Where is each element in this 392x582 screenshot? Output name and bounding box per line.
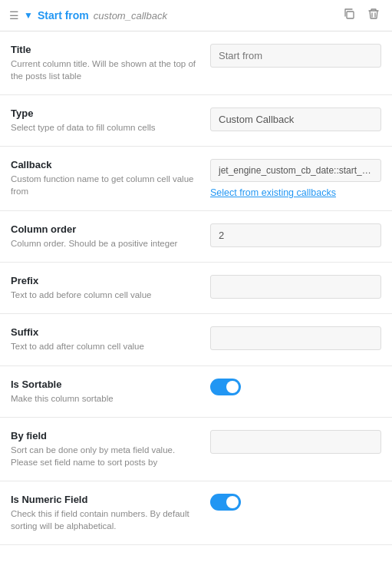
filename-label: custom_callback xyxy=(94,10,167,21)
suffix-input[interactable] xyxy=(210,326,381,350)
hamburger-icon[interactable]: ☰ xyxy=(9,9,19,21)
prefix-section: Prefix Text to add before column cell va… xyxy=(0,263,392,314)
header-left: ☰ ▼ Start from custom_callback xyxy=(9,9,335,21)
is-numeric-field-section: Is Numeric Field Check this if field con… xyxy=(0,481,392,545)
callback-input-col: jet_engine_custom_cb_date::start_from::F… xyxy=(210,159,381,198)
title-desc: Current column title. Will be shown at t… xyxy=(11,58,203,82)
is-numeric-field-slider xyxy=(210,494,241,511)
type-section: Type Select type of data to fill column … xyxy=(0,95,392,147)
is-numeric-field-toggle-col xyxy=(210,494,381,511)
suffix-label-col: Suffix Text to add after column cell val… xyxy=(11,326,203,352)
callback-section: Callback Custom function name to get col… xyxy=(0,147,392,211)
delete-button[interactable] xyxy=(364,6,383,25)
column-order-input[interactable] xyxy=(210,223,381,247)
prefix-input-col xyxy=(210,275,381,299)
by-field-section: By field Sort can be done only by meta f… xyxy=(0,418,392,481)
prefix-desc: Text to add before column cell value xyxy=(11,289,203,301)
callback-value: jet_engine_custom_cb_date::start_from::F… xyxy=(210,159,381,182)
header-actions xyxy=(340,6,383,25)
type-input-col: Custom Callback xyxy=(210,107,381,131)
is-numeric-field-label: Is Numeric Field xyxy=(11,494,203,505)
start-from-label: Start from xyxy=(38,9,89,21)
panel-header: ☰ ▼ Start from custom_callback xyxy=(0,0,392,31)
is-numeric-field-desc: Check this if field contain numbers. By … xyxy=(11,508,203,532)
column-order-label-col: Column order Column order. Should be a p… xyxy=(11,223,203,250)
prefix-label-col: Prefix Text to add before column cell va… xyxy=(11,275,203,301)
is-sortable-label-col: Is Sortable Make this column sortable xyxy=(11,379,203,405)
is-sortable-desc: Make this column sortable xyxy=(11,392,203,405)
copy-button[interactable] xyxy=(340,6,358,25)
suffix-section: Suffix Text to add after column cell val… xyxy=(0,314,392,365)
is-sortable-slider xyxy=(210,379,241,395)
is-sortable-toggle[interactable] xyxy=(210,379,241,395)
prefix-label: Prefix xyxy=(11,275,203,286)
title-section: Title Current column title. Will be show… xyxy=(0,31,392,95)
column-order-desc: Column order. Should be a positive integ… xyxy=(11,237,203,250)
callback-label: Callback xyxy=(11,159,203,170)
type-label: Type xyxy=(11,107,203,119)
callback-desc: Custom function name to get column cell … xyxy=(11,173,203,197)
title-input[interactable] xyxy=(210,44,381,68)
is-numeric-field-toggle[interactable] xyxy=(210,494,241,511)
title-label: Title xyxy=(11,44,203,55)
by-field-label: By field xyxy=(11,430,203,441)
by-field-input[interactable] xyxy=(210,430,381,454)
title-label-col: Title Current column title. Will be show… xyxy=(11,44,203,82)
by-field-desc: Sort can be done only by meta field valu… xyxy=(11,444,203,468)
suffix-desc: Text to add after column cell value xyxy=(11,340,203,352)
is-sortable-section: Is Sortable Make this column sortable xyxy=(0,366,392,418)
title-input-col xyxy=(210,44,381,68)
is-sortable-toggle-col xyxy=(210,379,381,395)
callback-label-col: Callback Custom function name to get col… xyxy=(11,159,203,197)
column-order-section: Column order Column order. Should be a p… xyxy=(0,211,392,263)
suffix-label: Suffix xyxy=(11,326,203,338)
type-display: Custom Callback xyxy=(210,107,381,131)
type-desc: Select type of data to fill column cells xyxy=(11,121,203,134)
column-order-label: Column order xyxy=(11,223,203,235)
select-existing-callbacks-link[interactable]: Select from existing callbacks xyxy=(210,187,336,198)
by-field-label-col: By field Sort can be done only by meta f… xyxy=(11,430,203,468)
prefix-input[interactable] xyxy=(210,275,381,299)
chevron-down-icon[interactable]: ▼ xyxy=(24,10,33,21)
is-sortable-label: Is Sortable xyxy=(11,379,203,390)
suffix-input-col xyxy=(210,326,381,350)
column-order-input-col xyxy=(210,223,381,247)
is-numeric-field-label-col: Is Numeric Field Check this if field con… xyxy=(11,494,203,532)
type-label-col: Type Select type of data to fill column … xyxy=(11,107,203,134)
by-field-input-col xyxy=(210,430,381,454)
svg-rect-0 xyxy=(347,12,354,18)
